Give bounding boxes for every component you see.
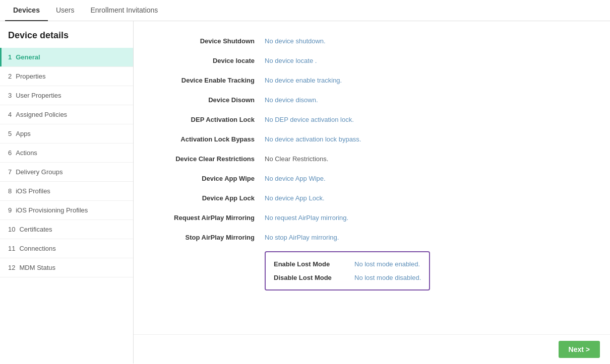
detail-row-dep-activation-lock: DEP Activation Lock No DEP device activa… <box>154 110 590 129</box>
detail-label: Device Shutdown <box>154 37 265 45</box>
sidebar-item-num: 3 <box>8 92 12 99</box>
sidebar-item-label: Certificates <box>19 226 52 233</box>
sidebar-item-apps[interactable]: 5 Apps <box>0 124 133 143</box>
sidebar-item-label: User Properties <box>16 92 61 99</box>
sidebar-item-ios-profiles[interactable]: 8 iOS Profiles <box>0 182 133 201</box>
sidebar-item-user-properties[interactable]: 3 User Properties <box>0 86 133 105</box>
sidebar-item-certificates[interactable]: 10 Certificates <box>0 220 133 239</box>
detail-row-device-shutdown: Device Shutdown No device shutdown. <box>154 31 590 51</box>
lost-mode-spacer <box>154 249 265 293</box>
detail-label: Device locate <box>154 57 265 64</box>
detail-row-device-app-wipe: Device App Wipe No device App Wipe. <box>154 169 590 188</box>
tab-devices[interactable]: Devices <box>5 0 48 21</box>
detail-label: DEP Activation Lock <box>154 116 265 123</box>
sidebar-item-label: General <box>16 53 40 61</box>
detail-row-activation-lock-bypass: Activation Lock Bypass No device activat… <box>154 129 590 149</box>
footer: Next > <box>134 334 610 363</box>
lost-mode-value: No lost mode enabled. <box>354 260 420 268</box>
detail-label: Activation Lock Bypass <box>154 135 265 143</box>
content-area: Device Shutdown No device shutdown. Devi… <box>134 21 610 363</box>
detail-value: No device App Wipe. <box>265 175 326 182</box>
detail-label: Stop AirPlay Mirroring <box>154 234 265 241</box>
detail-row-device-clear-restrictions: Device Clear Restrictions No Clear Restr… <box>154 149 590 169</box>
detail-value: No device activation lock bypass. <box>265 135 361 143</box>
detail-value: No device locate . <box>265 57 317 64</box>
detail-value: No device enable tracking. <box>265 77 342 84</box>
sidebar-item-actions[interactable]: 6 Actions <box>0 143 133 163</box>
sidebar-item-label: Properties <box>16 72 45 80</box>
detail-value: No Clear Restrictions. <box>265 155 328 163</box>
detail-value: No device App Lock. <box>265 194 325 202</box>
sidebar-item-num: 1 <box>8 53 12 61</box>
sidebar-item-num: 6 <box>8 149 12 157</box>
sidebar-item-properties[interactable]: 2 Properties <box>0 67 133 86</box>
detail-row-request-airplay: Request AirPlay Mirroring No request Air… <box>154 208 590 228</box>
sidebar-item-label: Delivery Groups <box>16 168 63 176</box>
sidebar-item-ios-provisioning-profiles[interactable]: 9 iOS Provisioning Profiles <box>0 201 133 220</box>
sidebar-item-num: 8 <box>8 187 12 195</box>
sidebar-item-mdm-status[interactable]: 12 MDM Status <box>0 258 133 277</box>
main-layout: Device details 1 General 2 Properties 3 … <box>0 21 610 363</box>
lost-mode-value: No lost mode disabled. <box>354 274 421 281</box>
sidebar: Device details 1 General 2 Properties 3 … <box>0 21 134 363</box>
detail-value: No DEP device activation lock. <box>265 116 354 123</box>
sidebar-item-label: MDM Status <box>19 264 55 271</box>
sidebar-item-delivery-groups[interactable]: 7 Delivery Groups <box>0 163 133 182</box>
sidebar-item-num: 9 <box>8 206 12 214</box>
top-tabs: Devices Users Enrollment Invitations <box>0 0 610 21</box>
sidebar-item-num: 7 <box>8 168 12 176</box>
detail-value: No device shutdown. <box>265 37 326 45</box>
detail-row-device-locate: Device locate No device locate . <box>154 51 590 70</box>
lost-mode-row-disable: Disable Lost Mode No lost mode disabled. <box>274 271 421 284</box>
sidebar-item-general[interactable]: 1 General <box>0 48 133 67</box>
detail-value: No stop AirPlay mirroring. <box>265 234 339 241</box>
sidebar-item-num: 4 <box>8 111 12 118</box>
sidebar-item-num: 5 <box>8 130 12 137</box>
sidebar-item-connections[interactable]: 11 Connections <box>0 239 133 258</box>
sidebar-item-label: Connections <box>19 245 55 252</box>
sidebar-item-num: 11 <box>8 245 15 252</box>
next-button[interactable]: Next > <box>559 341 600 358</box>
detail-row-device-enable-tracking: Device Enable Tracking No device enable … <box>154 70 590 90</box>
detail-row-stop-airplay: Stop AirPlay Mirroring No stop AirPlay m… <box>154 228 590 247</box>
lost-mode-box: Enable Lost Mode No lost mode enabled. D… <box>265 251 430 290</box>
sidebar-item-label: Assigned Policies <box>16 111 67 118</box>
detail-row-device-app-lock: Device App Lock No device App Lock. <box>154 188 590 208</box>
lost-mode-label: Enable Lost Mode <box>274 260 354 268</box>
detail-label: Device Disown <box>154 96 265 104</box>
sidebar-item-label: iOS Provisioning Profiles <box>16 206 88 214</box>
lost-mode-label: Disable Lost Mode <box>274 274 354 281</box>
detail-row-device-disown: Device Disown No device disown. <box>154 90 590 110</box>
sidebar-item-label: Actions <box>16 149 37 157</box>
tab-users[interactable]: Users <box>48 0 83 21</box>
sidebar-item-assigned-policies[interactable]: 4 Assigned Policies <box>0 105 133 124</box>
sidebar-item-num: 2 <box>8 72 12 80</box>
detail-value: No device disown. <box>265 96 318 104</box>
lost-mode-row-enable: Enable Lost Mode No lost mode enabled. <box>274 257 421 271</box>
detail-label: Device App Wipe <box>154 175 265 182</box>
sidebar-item-num: 12 <box>8 264 15 271</box>
sidebar-item-num: 10 <box>8 226 15 233</box>
detail-value: No request AirPlay mirroring. <box>265 214 348 222</box>
detail-label: Request AirPlay Mirroring <box>154 214 265 222</box>
detail-label: Device App Lock <box>154 194 265 202</box>
detail-label: Device Clear Restrictions <box>154 155 265 163</box>
detail-label: Device Enable Tracking <box>154 77 265 84</box>
sidebar-item-label: iOS Profiles <box>16 187 50 195</box>
lost-mode-section: Enable Lost Mode No lost mode enabled. D… <box>154 247 590 295</box>
tab-enrollment-invitations[interactable]: Enrollment Invitations <box>83 0 166 21</box>
sidebar-item-label: Apps <box>16 130 31 137</box>
sidebar-title: Device details <box>0 21 133 48</box>
